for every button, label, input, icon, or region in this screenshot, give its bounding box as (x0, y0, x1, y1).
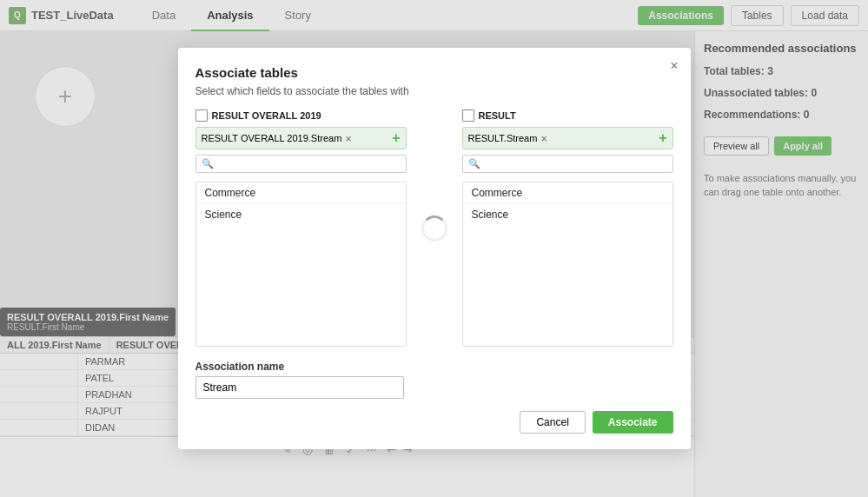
assoc-name-label: Association name (195, 361, 673, 373)
field-item[interactable]: Science (196, 204, 406, 225)
cancel-button[interactable]: Cancel (520, 411, 585, 434)
table1-tag-text: RESULT OVERALL 2019.Stream (202, 133, 342, 143)
modal-subtitle: Select which fields to associate the tab… (195, 85, 673, 97)
table1-tag-remove[interactable]: × (345, 133, 352, 144)
table1-search-icon: 🔍 (202, 158, 214, 169)
table2-add-field[interactable]: + (659, 130, 666, 146)
table1-tag: RESULT OVERALL 2019.Stream × + (195, 127, 407, 149)
modal-overlay: × Associate tables Select which fields t… (0, 0, 868, 497)
table1-label: RESULT OVERALL 2019 (195, 109, 407, 122)
table1-icon (195, 109, 208, 122)
loading-spinner-wrap (417, 109, 452, 347)
modal-table-col-1: RESULT OVERALL 2019 RESULT OVERALL 2019.… (195, 109, 407, 347)
assoc-name-input[interactable] (195, 376, 404, 399)
modal-tables: RESULT OVERALL 2019 RESULT OVERALL 2019.… (195, 109, 673, 347)
table2-search[interactable]: 🔍 (462, 155, 673, 173)
table1-add-field[interactable]: + (392, 130, 400, 146)
table2-label: RESULT (462, 109, 673, 122)
table2-tag-remove[interactable]: × (540, 133, 547, 144)
associate-tables-modal: × Associate tables Select which fields t… (178, 48, 691, 449)
table2-tag: RESULT.Stream × + (462, 127, 673, 149)
table1-search[interactable]: 🔍 (195, 155, 407, 173)
association-name-section: Association name (195, 361, 673, 399)
table2-icon (462, 109, 474, 122)
field-item[interactable]: Science (463, 204, 673, 225)
field-item[interactable]: Commerce (463, 182, 673, 204)
associate-button[interactable]: Associate (593, 411, 673, 434)
table2-tag-text: RESULT.Stream (468, 133, 538, 143)
table2-search-input[interactable] (484, 159, 667, 169)
modal-table-col-2: RESULT RESULT.Stream × + 🔍 Commerce Scie… (462, 109, 673, 347)
modal-title: Associate tables (195, 65, 673, 80)
table2-search-icon: 🔍 (468, 158, 480, 169)
table2-field-list: Commerce Science (462, 182, 673, 347)
modal-footer: Cancel Associate (195, 411, 673, 434)
loading-spinner (421, 215, 447, 242)
modal-close-button[interactable]: × (670, 58, 678, 74)
table1-field-list: Commerce Science (195, 182, 407, 347)
field-item[interactable]: Commerce (196, 182, 406, 204)
table1-search-input[interactable] (217, 159, 401, 169)
